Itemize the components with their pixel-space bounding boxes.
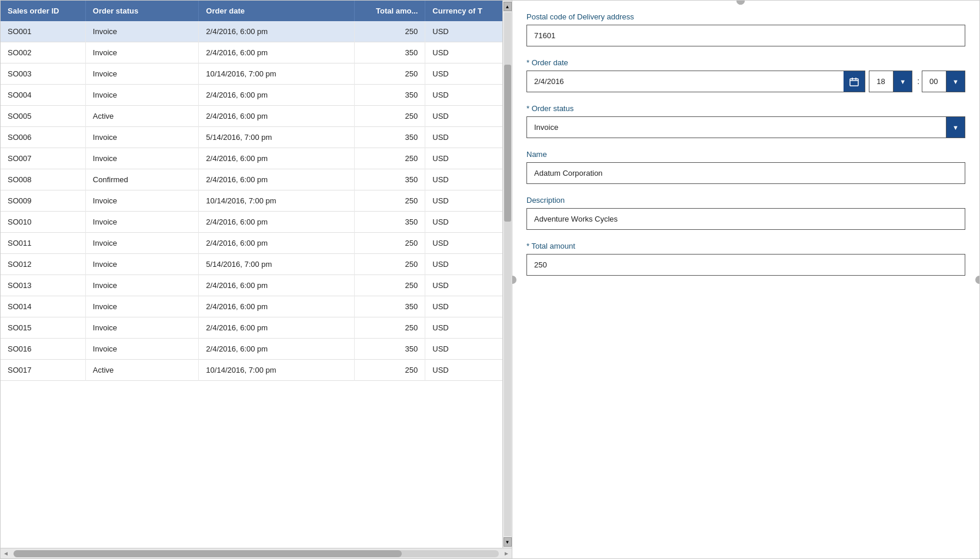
cell-amount: 250 [355,190,425,212]
table-row[interactable]: SO016Invoice2/4/2016, 6:00 pm350USD [1,339,502,360]
scroll-up-button[interactable]: ▲ [504,2,512,11]
cell-currency: USD [425,254,502,275]
minute-wrap: ▼ [922,71,965,92]
hour-wrap: ▼ [869,71,912,92]
cell-amount: 250 [355,106,425,127]
cell-date: 10/14/2016, 7:00 pm [199,190,355,212]
cell-amount: 350 [355,169,425,190]
cell-status: Invoice [85,296,198,317]
cell-currency: USD [425,106,502,127]
table-row[interactable]: SO009Invoice10/14/2016, 7:00 pm250USD [1,190,502,212]
cell-id: SO010 [1,212,85,233]
minute-input[interactable] [922,71,946,92]
table-row[interactable]: SO011Invoice2/4/2016, 6:00 pm250USD [1,233,502,254]
total-amount-input[interactable] [526,254,965,276]
cell-date: 2/4/2016, 6:00 pm [199,212,355,233]
cell-currency: USD [425,169,502,190]
cell-currency: USD [425,212,502,233]
scroll-track[interactable] [504,12,511,536]
cell-currency: USD [425,233,502,254]
postal-code-input[interactable] [526,25,965,46]
table-row[interactable]: SO010Invoice2/4/2016, 6:00 pm350USD [1,212,502,233]
order-date-label: Order date [526,58,965,67]
cell-status: Active [85,360,198,381]
table-panel: Sales order ID Order status Order date T… [1,1,512,558]
h-scroll-track[interactable] [14,550,499,557]
resize-handle-top-right[interactable] [736,1,745,5]
cell-amount: 350 [355,339,425,360]
table-row[interactable]: SO013Invoice2/4/2016, 6:00 pm250USD [1,275,502,296]
vertical-scrollbar[interactable]: ▲ ▼ [502,1,512,548]
col-header-currency: Currency of T [425,1,502,21]
name-label: Name [526,150,965,159]
cell-date: 2/4/2016, 6:00 pm [199,233,355,254]
cell-date: 2/4/2016, 6:00 pm [199,106,355,127]
cell-currency: USD [425,275,502,296]
total-amount-group: Total amount [526,242,965,276]
cell-id: SO007 [1,148,85,169]
table-row[interactable]: SO001Invoice2/4/2016, 6:00 pm250USD [1,21,502,42]
horizontal-scrollbar-area[interactable]: ◄ ► [1,548,512,558]
scroll-thumb[interactable] [504,65,511,222]
cell-id: SO006 [1,127,85,148]
cell-date: 2/4/2016, 6:00 pm [199,42,355,63]
table-row[interactable]: SO007Invoice2/4/2016, 6:00 pm250USD [1,148,502,169]
description-group: Description [526,196,965,230]
scroll-down-button[interactable]: ▼ [504,537,512,547]
postal-code-label: Postal code of Delivery address [526,12,965,21]
cell-date: 10/14/2016, 7:00 pm [199,63,355,85]
table-row[interactable]: SO005Active2/4/2016, 6:00 pm250USD [1,106,502,127]
date-input-wrap [526,71,865,92]
cell-amount: 250 [355,148,425,169]
time-separator: : [915,71,922,92]
table-row[interactable]: SO008Confirmed2/4/2016, 6:00 pm350USD [1,169,502,190]
table-row[interactable]: SO015Invoice2/4/2016, 6:00 pm250USD [1,317,502,339]
hour-dropdown-button[interactable]: ▼ [893,71,912,92]
description-input[interactable] [526,208,965,230]
cell-status: Invoice [85,233,198,254]
cell-date: 2/4/2016, 6:00 pm [199,21,355,42]
cell-id: SO004 [1,85,85,106]
cell-date: 5/14/2016, 7:00 pm [199,254,355,275]
col-header-date: Order date [199,1,355,21]
cell-amount: 250 [355,254,425,275]
cell-date: 2/4/2016, 6:00 pm [199,148,355,169]
order-status-group: Order status Invoice ▼ [526,104,965,138]
cell-id: SO012 [1,254,85,275]
resize-handle-left[interactable] [512,276,516,284]
table-row[interactable]: SO014Invoice2/4/2016, 6:00 pm350USD [1,296,502,317]
table-row[interactable]: SO004Invoice2/4/2016, 6:00 pm350USD [1,85,502,106]
cell-amount: 350 [355,85,425,106]
order-status-dropdown-button[interactable]: ▼ [946,117,965,138]
minute-dropdown-button[interactable]: ▼ [946,71,965,92]
cell-status: Invoice [85,63,198,85]
order-date-input[interactable] [527,71,844,92]
cell-date: 5/14/2016, 7:00 pm [199,127,355,148]
cell-currency: USD [425,190,502,212]
cell-currency: USD [425,296,502,317]
table-row[interactable]: SO003Invoice10/14/2016, 7:00 pm250USD [1,63,502,85]
col-header-id: Sales order ID [1,1,85,21]
cell-amount: 250 [355,63,425,85]
cell-id: SO001 [1,21,85,42]
svg-rect-0 [850,79,858,86]
order-status-value: Invoice [527,117,946,138]
table-row[interactable]: SO017Active10/14/2016, 7:00 pm250USD [1,360,502,381]
resize-handle-right[interactable] [975,276,979,284]
cell-status: Invoice [85,339,198,360]
cell-status: Invoice [85,212,198,233]
table-row[interactable]: SO002Invoice2/4/2016, 6:00 pm350USD [1,42,502,63]
cell-status: Invoice [85,85,198,106]
cell-id: SO016 [1,339,85,360]
cell-date: 2/4/2016, 6:00 pm [199,275,355,296]
h-scroll-thumb[interactable] [14,550,402,557]
table-row[interactable]: SO012Invoice5/14/2016, 7:00 pm250USD [1,254,502,275]
status-select-wrap: Invoice ▼ [526,116,965,138]
calendar-button[interactable] [844,71,865,92]
cell-id: SO005 [1,106,85,127]
cell-id: SO017 [1,360,85,381]
hour-input[interactable] [869,71,893,92]
calendar-icon [849,77,859,86]
table-row[interactable]: SO006Invoice5/14/2016, 7:00 pm350USD [1,127,502,148]
name-input[interactable] [526,162,965,184]
